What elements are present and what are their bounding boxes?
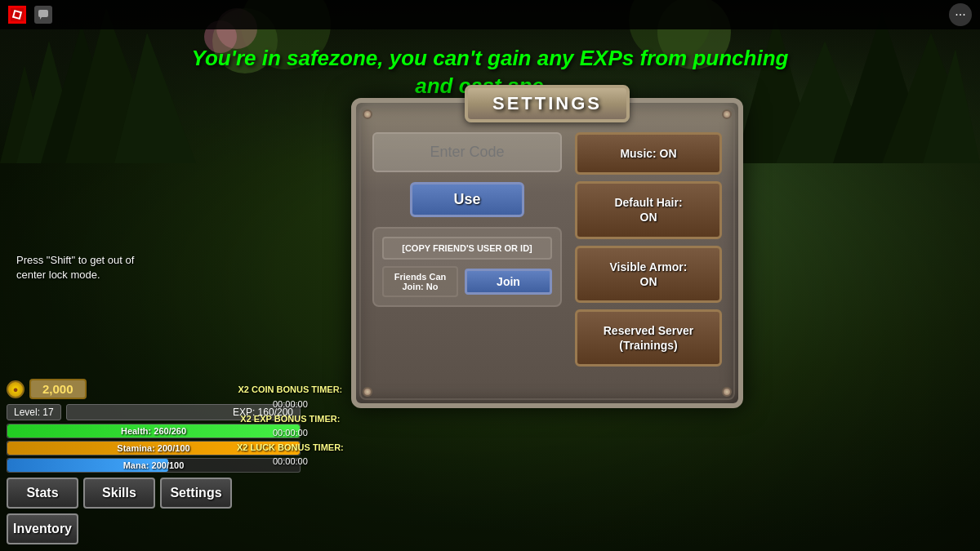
coin-amount: 2,000 xyxy=(29,379,87,399)
health-bar-label: Health: 260/260 xyxy=(121,426,186,436)
svg-marker-21 xyxy=(40,17,42,20)
coin-timer-value: 00:00:00 xyxy=(237,398,344,412)
stats-button[interactable]: Stats xyxy=(7,478,78,509)
top-bar-left xyxy=(8,6,52,24)
friends-section: [COPY FRIEND'S USER OR ID] Friends Can J… xyxy=(372,227,562,307)
stamina-bar-label: Stamina: 200/100 xyxy=(117,443,189,453)
settings-panel: SETTINGS Use [COPY FRIEND'S USER OR ID] … xyxy=(351,98,743,408)
join-button[interactable]: Join xyxy=(465,269,552,295)
chat-icon[interactable] xyxy=(34,6,52,24)
coin-timer-label: X2 COIN BONUS TIMER: xyxy=(237,383,344,398)
settings-content: Use [COPY FRIEND'S USER OR ID] Friends C… xyxy=(372,132,722,375)
settings-right-panel: Music: ON Default Hair: ON Visible Armor… xyxy=(575,132,722,375)
coin-icon: ● xyxy=(7,380,24,398)
inventory-button[interactable]: Inventory xyxy=(7,513,78,544)
level-display: Level: 17 xyxy=(7,404,61,420)
exp-timer-value: 00:00:00 xyxy=(237,426,344,441)
copy-friend-id-button[interactable]: [COPY FRIEND'S USER OR ID] xyxy=(382,237,552,260)
luck-timer-value: 00:00:00 xyxy=(237,455,344,469)
mana-bar-label: Mana: 200/100 xyxy=(123,460,185,470)
more-options-button[interactable]: ··· xyxy=(949,3,972,26)
shift-hint-line2: center lock mode. xyxy=(16,268,134,282)
music-toggle-button[interactable]: Music: ON xyxy=(575,132,722,175)
corner-bolt-bl xyxy=(363,387,372,397)
shift-hint-line1: Press "Shift" to get out of xyxy=(16,253,134,268)
settings-button[interactable]: Settings xyxy=(160,478,232,509)
settings-frame: SETTINGS Use [COPY FRIEND'S USER OR ID] … xyxy=(351,98,743,408)
skills-button[interactable]: Skills xyxy=(83,478,155,509)
settings-left-panel: Use [COPY FRIEND'S USER OR ID] Friends C… xyxy=(372,132,562,375)
corner-bolt-br xyxy=(722,387,732,397)
code-input[interactable] xyxy=(372,132,562,172)
reserved-server-button[interactable]: Reserved Server (Trainings) xyxy=(575,309,722,367)
top-bar-right: ··· xyxy=(949,3,972,26)
settings-title-banner: SETTINGS xyxy=(465,85,630,122)
safezone-line1: You're in safezone, you can't gain any E… xyxy=(0,45,980,73)
bonus-timers: X2 COIN BONUS TIMER: 00:00:00 X2 EXP BON… xyxy=(237,383,344,469)
default-hair-toggle-button[interactable]: Default Hair: ON xyxy=(575,181,722,238)
luck-timer-label: X2 LUCK BONUS TIMER: xyxy=(237,441,344,455)
exp-timer-label: X2 EXP BONUS TIMER: xyxy=(237,412,344,427)
roblox-logo-icon xyxy=(8,6,26,24)
friends-can-join-button[interactable]: Friends Can Join: No xyxy=(382,266,458,297)
corner-bolt-tr xyxy=(722,109,732,119)
bottom-buttons: Stats Skills Settings Inventory xyxy=(7,478,301,544)
friends-bottom-row: Friends Can Join: No Join xyxy=(382,266,552,297)
top-bar: ··· xyxy=(0,0,980,29)
corner-bolt-tl xyxy=(363,109,372,119)
visible-armor-toggle-button[interactable]: Visible Armor: ON xyxy=(575,246,722,303)
svg-rect-20 xyxy=(38,10,48,17)
settings-title: SETTINGS xyxy=(492,93,602,113)
shift-hint: Press "Shift" to get out of center lock … xyxy=(16,253,134,282)
use-code-button[interactable]: Use xyxy=(410,182,524,217)
